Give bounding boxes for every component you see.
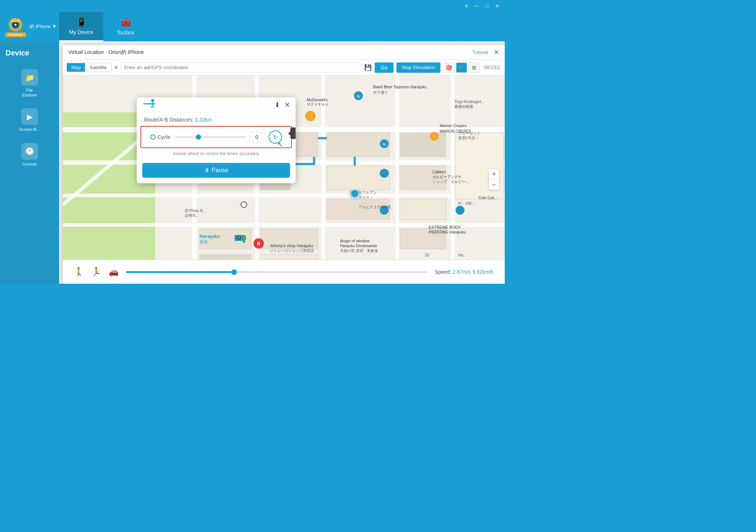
svg-text:Angel of window: Angel of window bbox=[340, 239, 370, 243]
svg-text:🛍: 🛍 bbox=[382, 142, 386, 146]
route-distance-value: 0.32km bbox=[195, 117, 212, 123]
svg-text:カルビーアンテナ: カルビーアンテナ bbox=[432, 175, 462, 179]
screen-mirror-label: Screen M... bbox=[19, 127, 40, 132]
svg-rect-24 bbox=[400, 133, 446, 157]
speed-slider-area bbox=[126, 271, 427, 273]
svg-rect-26 bbox=[400, 199, 446, 219]
svg-text:竹下通り: 竹下通り bbox=[373, 91, 388, 95]
route-tool-icon[interactable]: ⊞ bbox=[469, 62, 480, 73]
cycle-section: Cycle 0 ↻ Tap it to switch Repeat Mode bbox=[140, 126, 292, 148]
device-name-label[interactable]: 的 iPhone ▼ bbox=[30, 23, 57, 30]
map-type-satellite-btn[interactable]: Satellite bbox=[85, 63, 111, 72]
go-btn[interactable]: Go bbox=[375, 62, 394, 73]
version-badge: Ver 1.3.1 bbox=[483, 65, 501, 70]
repeat-mode-btn[interactable]: ↻ Tap it to switch Repeat Mode ↖ bbox=[269, 130, 282, 144]
vl-titlebar-right: Tutorial ✕ bbox=[472, 48, 499, 57]
tab-toolbox[interactable]: 🧰 Toolbox bbox=[103, 12, 148, 41]
svg-text:Baird Beer Taproom Harajuku: Baird Beer Taproom Harajuku bbox=[373, 85, 427, 89]
svg-text:Johnny's shop Harajuku: Johnny's shop Harajuku bbox=[270, 243, 313, 248]
screen-mirror-icon: ▶ bbox=[21, 108, 38, 125]
cycle-count: 0 bbox=[249, 132, 264, 142]
close-btn[interactable]: ✕ bbox=[494, 2, 501, 10]
map-list-icon[interactable]: ≡ bbox=[115, 64, 118, 71]
title-bar: ≡ ─ □ ✕ bbox=[0, 0, 505, 12]
walk-speed-icon[interactable]: 🚶 bbox=[74, 267, 84, 277]
coord-input[interactable] bbox=[121, 62, 361, 73]
save-icon[interactable]: 💾 bbox=[364, 64, 372, 71]
hamburger-btn[interactable]: ≡ bbox=[463, 2, 470, 10]
sidebar-item-screen-mirror[interactable]: ▶ Screen M... bbox=[0, 104, 59, 136]
content-area: Virtual Location - Orion的 iPhone Tutoria… bbox=[59, 41, 505, 284]
svg-text:McDonald's: McDonald's bbox=[307, 98, 328, 102]
svg-text:B: B bbox=[257, 241, 260, 246]
svg-point-86 bbox=[241, 202, 247, 208]
zoom-in-btn[interactable]: + bbox=[489, 169, 499, 180]
svg-text:Tōgō Kindergart...: Tōgō Kindergart... bbox=[454, 100, 484, 104]
route-info-row: Route/A-B Distances: 0.32km bbox=[137, 112, 296, 126]
logo-icon: Premium bbox=[6, 17, 26, 37]
map-type-map-btn[interactable]: Map bbox=[67, 63, 85, 72]
nav-tabs: 📱 My Device 🧰 Toolbox bbox=[59, 12, 148, 41]
cycle-slider-thumb[interactable] bbox=[196, 134, 201, 140]
repeat-mode-tooltip: Tap it to switch Repeat Mode bbox=[290, 127, 296, 139]
virtual-location-window: Virtual Location - Orion的 iPhone Tutoria… bbox=[63, 45, 505, 284]
walk-tool-icon[interactable]: 🚶 bbox=[456, 62, 467, 73]
console-icon: 🕐 bbox=[21, 143, 38, 160]
svg-point-45 bbox=[456, 206, 464, 215]
svg-text:原宿: 原宿 bbox=[200, 240, 208, 244]
svg-text:Harajuku Omotesando: Harajuku Omotesando bbox=[340, 244, 377, 248]
stop-simulation-btn[interactable]: Stop Simulation bbox=[396, 62, 440, 73]
car-icon: 🚗 bbox=[109, 267, 119, 277]
minimize-btn[interactable]: ─ bbox=[473, 2, 480, 10]
svg-text:ショップ「カルビー...: ショップ「カルビー... bbox=[432, 180, 469, 184]
tutorial-link[interactable]: Tutorial bbox=[472, 50, 488, 55]
car-speed-icon[interactable]: 🚗 bbox=[109, 267, 119, 277]
svg-point-99 bbox=[151, 99, 154, 102]
pause-btn[interactable]: ⏸ Pause bbox=[142, 163, 290, 178]
toolbox-icon: 🧰 bbox=[121, 18, 131, 27]
cycle-slider[interactable] bbox=[175, 136, 245, 138]
cursor-icon: ↖ bbox=[277, 140, 283, 149]
file-explorer-label: FileExplorer bbox=[22, 88, 37, 98]
map-area[interactable]: 🍴 🍴 🍴 🛍 🛍 bbox=[63, 75, 505, 284]
sidebar-item-file-explorer[interactable]: 📁 FileExplorer bbox=[0, 65, 59, 102]
maximize-btn[interactable]: □ bbox=[483, 2, 491, 10]
panel-close-btn[interactable]: ✕ bbox=[285, 101, 290, 109]
svg-line-104 bbox=[153, 106, 154, 108]
svg-rect-48 bbox=[242, 241, 245, 243]
run-speed-icon[interactable]: 🏃 bbox=[91, 267, 101, 277]
zoom-out-btn[interactable]: − bbox=[489, 180, 499, 190]
svg-text:ID Photo B...: ID Photo B... bbox=[185, 209, 206, 213]
zoom-controls: + − bbox=[489, 169, 499, 190]
svg-text:🛍: 🛍 bbox=[357, 94, 360, 98]
cycle-label: Cycle bbox=[150, 134, 170, 140]
download-icon[interactable]: ⬇ bbox=[275, 101, 280, 109]
sidebar-title: Device bbox=[0, 49, 59, 63]
sidebar-item-console[interactable]: 🕐 Console bbox=[0, 139, 59, 171]
speed-bar: 🚶 🏃 🚗 bbox=[63, 260, 505, 284]
my-device-icon: 📱 bbox=[76, 17, 86, 27]
svg-text:EXTREME BODY: EXTREME BODY bbox=[429, 225, 461, 229]
svg-text:KI・438  ○: KI・438 ○ bbox=[458, 201, 475, 205]
cycle-text: Cycle bbox=[157, 134, 170, 140]
svg-text:原宿1号店 ○: 原宿1号店 ○ bbox=[458, 136, 478, 140]
app-logo[interactable]: Premium 的 iPhone ▼ bbox=[0, 12, 59, 41]
route-mode-icon bbox=[142, 98, 157, 111]
location-tool-icon[interactable]: 🎯 bbox=[443, 62, 454, 73]
tab-my-device[interactable]: 📱 My Device bbox=[59, 12, 103, 41]
map-toolbar: Map Satellite ≡ 💾 Go Stop Simulation 🎯 🚶… bbox=[63, 60, 505, 75]
svg-text:Ha...: Ha... bbox=[458, 253, 466, 257]
svg-rect-12 bbox=[395, 75, 399, 284]
cycle-radio[interactable] bbox=[150, 134, 156, 140]
vl-titlebar: Virtual Location - Orion的 iPhone Tutoria… bbox=[63, 45, 505, 60]
vl-title: Virtual Location - Orion的 iPhone bbox=[68, 49, 144, 56]
speed-slider[interactable] bbox=[126, 271, 427, 273]
svg-text:東郷幼稚園: 東郷幼稚園 bbox=[454, 105, 473, 109]
map-tool-icons: 🎯 🚶 ⊞ bbox=[443, 62, 480, 73]
speed-slider-thumb[interactable] bbox=[231, 269, 237, 275]
svg-rect-7 bbox=[63, 194, 505, 197]
file-explorer-icon: 📁 bbox=[21, 69, 38, 86]
vl-close-btn[interactable]: ✕ bbox=[494, 48, 499, 57]
svg-text:Marion Crepes: Marion Crepes bbox=[440, 123, 467, 128]
main-area: Device 📁 FileExplorer ▶ Screen M... 🕐 Co… bbox=[0, 41, 505, 284]
